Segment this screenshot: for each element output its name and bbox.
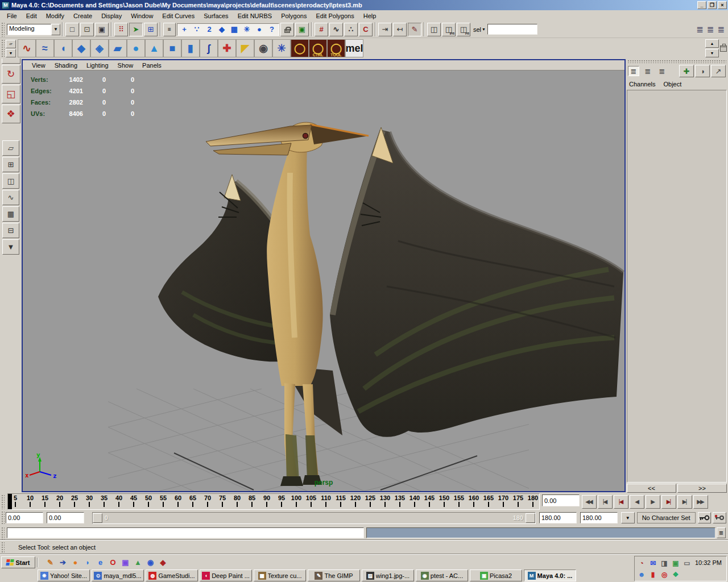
command-input[interactable] — [7, 527, 364, 538]
mask-misc-button[interactable]: ? — [266, 24, 278, 35]
task-picasa2[interactable]: ▣ Picasa2 — [470, 569, 522, 581]
menu-set-dropdown-arrow[interactable]: ▼ — [51, 24, 60, 35]
viewport-menu-item[interactable]: Lighting — [82, 61, 113, 69]
select-by-object-button[interactable]: ➤ — [129, 23, 143, 36]
start-button[interactable]: Start — [1, 556, 35, 568]
new-scene-button[interactable]: □ — [65, 23, 79, 36]
quick-launch-ie[interactable]: e — [96, 558, 105, 567]
pterodactyl-model[interactable] — [158, 122, 623, 486]
shelf-tab-dropdown[interactable]: ▼ — [6, 49, 16, 57]
task-maya[interactable]: M Maya 4.0: ... — [524, 569, 576, 581]
viewport-menu-item[interactable]: Show — [113, 61, 138, 69]
step-forward-key-button[interactable]: ▶| — [661, 495, 676, 509]
go-to-end-button[interactable]: ▶▶ — [693, 495, 708, 509]
command-line-drag-handle[interactable] — [1, 526, 5, 539]
mask-rendering-button[interactable]: ● — [253, 24, 266, 35]
task-texture[interactable]: ▦ Texture cu... — [254, 569, 306, 581]
menubar-item[interactable]: Edit Polygons — [311, 11, 358, 20]
menubar-item[interactable]: File — [2, 11, 22, 20]
shelf-spotlight[interactable]: ◤ — [236, 39, 254, 57]
quick-launch-opera[interactable]: O — [108, 558, 118, 567]
time-slider-drag-handle[interactable] — [1, 494, 5, 509]
menubar-item[interactable]: Create — [69, 11, 97, 20]
shelf-scroll-down-button[interactable]: ▼ — [705, 49, 719, 57]
quick-launch-dragon[interactable]: ◆ — [158, 558, 168, 567]
help-line-drag-handle[interactable] — [1, 541, 5, 554]
quick-launch-picasa[interactable]: ▣ — [121, 558, 130, 567]
toolbar-drag-handle[interactable] — [1, 22, 5, 37]
viewport-menu-item[interactable]: Panels — [138, 61, 166, 69]
task-maya-mdl5[interactable]: ⊙ maya_mdl5... — [92, 569, 144, 581]
menubar-item[interactable]: Display — [97, 11, 126, 20]
tray-ati[interactable]: ▮ — [648, 570, 657, 579]
tray-monitor[interactable]: ▭ — [682, 559, 692, 568]
layout-more-dropdown[interactable]: ▼ — [2, 239, 19, 255]
highlight-selection-button[interactable]: ▣ — [295, 23, 309, 36]
shelf-camera[interactable]: ◉ — [254, 39, 272, 57]
tray-mail[interactable]: ✉ — [648, 559, 657, 568]
task-yahoo-sitebuilder[interactable]: ❋ Yahoo! Site... — [38, 569, 90, 581]
current-frame-marker[interactable] — [8, 494, 12, 509]
shelf-custom-ctrl[interactable]: ◯ CTRL — [309, 39, 327, 57]
set-key-button[interactable] — [698, 512, 712, 523]
layout-persp-outliner[interactable]: ◫ — [2, 173, 19, 189]
shelf-nurbs-cone[interactable]: ▲ — [145, 39, 163, 57]
render-current-frame-button[interactable]: ◫ — [427, 23, 441, 36]
character-set-dropdown[interactable]: ▼ — [621, 512, 635, 523]
shelf-mel-script[interactable]: mel — [345, 39, 363, 57]
show-manipulator-tool[interactable]: ❖ — [2, 105, 20, 123]
minimize-button[interactable]: _ — [697, 1, 706, 9]
menubar-item[interactable]: Surfaces — [199, 11, 233, 20]
time-slider-track[interactable]: 5 10 15 20 25 30 35 — [7, 493, 540, 510]
quick-launch-3d[interactable]: ▲ — [133, 558, 143, 567]
quick-select-dropdown-arrow[interactable]: ▼ — [482, 27, 486, 31]
step-back-frame-button[interactable]: |◀ — [598, 495, 613, 509]
tray-picasa[interactable]: ▣ — [671, 559, 680, 568]
channel-box-menu-item[interactable]: Channels — [629, 80, 660, 88]
go-to-start-button[interactable]: ◀◀ — [582, 495, 597, 509]
shelf-custom-sphere[interactable]: ◯ — [291, 39, 309, 57]
shelf-custom-tool[interactable]: ◯ TOOL — [327, 39, 345, 57]
task-gamestudio[interactable]: ◍ GameStudi... — [146, 569, 198, 581]
menubar-item[interactable]: Help — [359, 11, 381, 20]
play-forwards-button[interactable]: ▶ — [646, 495, 660, 509]
shelf-tab-button[interactable]: ▱ — [6, 40, 16, 48]
playback-range-track[interactable]: 0 180 — [92, 512, 536, 524]
shelf-joint-tool[interactable]: ʃ — [200, 39, 218, 57]
menubar-item[interactable]: Edit NURBS — [233, 11, 277, 20]
current-time-field[interactable] — [542, 494, 580, 506]
quick-select-label[interactable]: sel — [473, 26, 481, 33]
task-deep-paint[interactable]: ◖ Deep Paint ... — [200, 569, 252, 581]
restore-button[interactable]: ❐ — [708, 1, 717, 9]
shelf-particles[interactable]: ✳ — [272, 39, 291, 57]
menubar-item[interactable]: Modify — [42, 11, 69, 20]
auto-key-toggle[interactable] — [713, 512, 726, 523]
quick-launch-firefox[interactable]: ● — [71, 558, 80, 567]
close-button[interactable]: × — [718, 1, 727, 9]
task-wing1-jpg[interactable]: ▨ wing1.jpg-... — [362, 569, 414, 581]
mask-surfaces-button[interactable]: ◆ — [216, 24, 228, 35]
animation-end-field[interactable] — [580, 512, 618, 523]
snap-to-grids-button[interactable]: # — [315, 23, 328, 36]
shelf-revolve[interactable]: ◖ — [54, 39, 72, 57]
snap-to-points-button[interactable]: ∴ — [344, 23, 358, 36]
channel-box-menu-item[interactable]: Object — [663, 80, 686, 88]
shelf-drag-handle[interactable] — [1, 39, 5, 58]
select-by-hierarchy-button[interactable]: ⠿ — [114, 23, 128, 36]
mask-dynamics-button[interactable]: ✳ — [241, 24, 253, 35]
manip-mode-button[interactable]: ✚ — [679, 65, 694, 77]
step-back-key-button[interactable]: |◀ — [614, 495, 628, 509]
shelf-ep-curve-tool[interactable]: ∿ — [18, 39, 36, 57]
playback-start-field[interactable] — [47, 512, 84, 523]
viewport-canvas[interactable]: y x z Verts: 1402 0 0 Edges: 4201 0 0 — [23, 70, 624, 491]
snap-to-curves-button[interactable]: ∿ — [329, 23, 343, 36]
task-ptest-ac[interactable]: ◉ ptest - AC... — [416, 569, 468, 581]
animation-start-field[interactable] — [6, 512, 43, 523]
channel-layout-icon-3[interactable]: ≣ — [656, 66, 668, 76]
range-end-knob[interactable] — [526, 513, 535, 523]
character-set-label[interactable]: No Character Set — [637, 512, 696, 523]
quick-select-input[interactable] — [487, 24, 537, 35]
rotate-tool[interactable]: ↻ — [2, 65, 20, 84]
task-gimp[interactable]: ✎ The GIMP — [308, 569, 360, 581]
construction-history-toggle[interactable]: ✎ — [408, 23, 421, 36]
